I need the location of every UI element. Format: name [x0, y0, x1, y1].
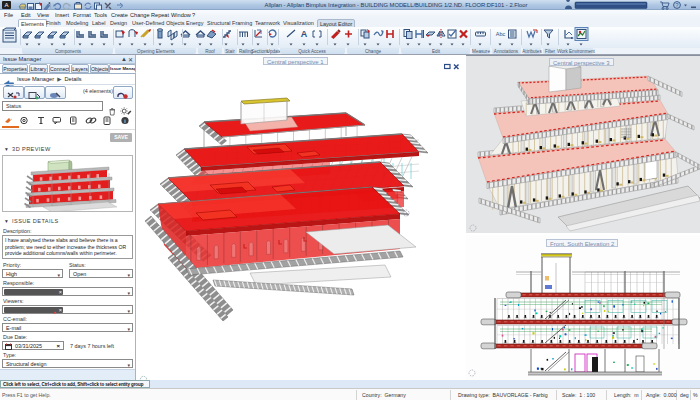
- svg-text:Abc: Abc: [496, 31, 506, 37]
- svg-text:A: A: [301, 29, 308, 39]
- svg-text:i: i: [124, 118, 125, 124]
